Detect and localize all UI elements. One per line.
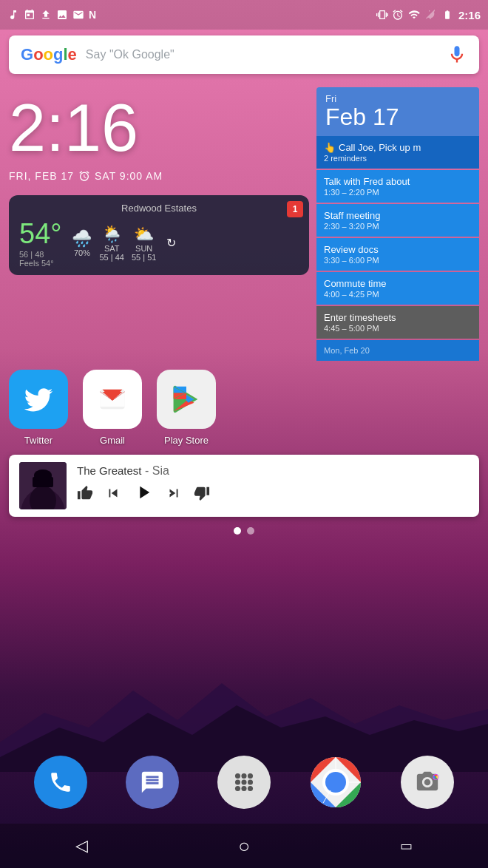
svg-point-17 — [235, 779, 240, 784]
music-album-art — [19, 462, 67, 509]
svg-point-22 — [248, 786, 253, 791]
gmail-icon — [83, 370, 142, 429]
recents-button[interactable]: ▭ — [400, 838, 413, 854]
music-thumbnail — [19, 462, 67, 509]
image-icon — [56, 9, 68, 21]
svg-point-16 — [248, 773, 253, 779]
status-bar: N 2:16 — [0, 0, 488, 30]
play-button[interactable] — [133, 482, 154, 507]
cal-event-1[interactable]: Talk with Fred about 1:30 – 2:20 PM — [316, 170, 479, 203]
battery-icon — [440, 10, 455, 20]
mail-icon — [72, 9, 84, 21]
wifi-icon — [407, 9, 421, 21]
music-controls — [77, 482, 469, 507]
svg-rect-13 — [34, 469, 52, 481]
music-player: The Greatest - Sia — [9, 455, 479, 517]
weather-widget[interactable]: Redwood Estates 1 54° 56 | 48 Feels 54° … — [9, 195, 309, 275]
music-title-display: The Greatest - Sia — [77, 464, 469, 478]
playstore-label: Play Store — [164, 435, 209, 446]
svg-point-19 — [248, 779, 253, 784]
weather-main: 54° 56 | 48 Feels 54° 🌧️ 70% 🌦️ SAT 55 |… — [19, 218, 299, 268]
cal-event-0-time: 2 reminders — [324, 154, 472, 163]
clock-date-text: FRI, FEB 17 — [9, 170, 74, 182]
weather-sun-lo: 51 — [147, 253, 156, 262]
music-icon — [7, 9, 19, 21]
cal-day-name: Fri — [325, 93, 470, 104]
svg-point-15 — [241, 773, 246, 779]
cal-events: 👆Call Joe, Pick up m 2 reminders Talk wi… — [316, 136, 479, 361]
thumbs-down-button[interactable] — [194, 485, 210, 505]
dock — [0, 748, 488, 816]
weather-today: 🌧️ 70% — [72, 229, 92, 257]
thumbs-up-button[interactable] — [77, 485, 93, 505]
weather-icons: 🌧️ 70% 🌦️ SAT 55 | 44 ⛅ SUN 55 | 51 — [72, 225, 156, 262]
prev-button[interactable] — [105, 485, 121, 505]
calendar-panel: Fri Feb 17 👆Call Joe, Pick up m 2 remind… — [316, 87, 479, 361]
mic-icon[interactable] — [447, 44, 467, 65]
weather-sun-label: SUN — [132, 244, 156, 253]
playstore-app[interactable]: Play Store — [157, 370, 216, 446]
n-icon: N — [89, 9, 96, 21]
camera-dock-icon[interactable] — [401, 756, 454, 809]
back-button[interactable]: ◁ — [75, 836, 88, 855]
cal-event-4[interactable]: Commute time 4:00 – 4:25 PM — [316, 272, 479, 305]
page-dot-1 — [234, 527, 241, 535]
clock-alarm-icon — [78, 170, 90, 182]
music-title: The Greatest — [77, 464, 142, 477]
svg-point-14 — [235, 773, 240, 779]
google-logo: Google — [21, 45, 77, 64]
weather-sun: ⛅ SUN 55 | 51 — [132, 225, 156, 262]
weather-feels: Feels 54° — [19, 259, 61, 268]
weather-location: Redwood Estates — [19, 203, 299, 214]
calendar-header: Fri Feb 17 — [316, 87, 479, 136]
svg-point-29 — [424, 779, 431, 786]
cal-event-5[interactable]: Enter timesheets 4:45 – 5:00 PM — [316, 306, 479, 339]
status-left-icons: N — [7, 9, 96, 21]
twitter-bird-icon — [22, 383, 55, 416]
cal-event-0[interactable]: 👆Call Joe, Pick up m 2 reminders — [316, 136, 479, 169]
chrome-dock-icon[interactable] — [309, 756, 362, 809]
gmail-envelope-icon — [94, 384, 131, 414]
weather-sat-lo: 44 — [115, 253, 124, 262]
app-row: Twitter Gmail — [0, 361, 488, 446]
vibrate-icon — [376, 9, 388, 21]
twitter-label: Twitter — [24, 435, 52, 446]
weather-sat-label: SAT — [99, 244, 123, 253]
left-panel: 2:16 FRI, FEB 17 SAT 9:00 AM Redwood Est… — [9, 87, 309, 361]
svg-point-25 — [325, 772, 346, 793]
svg-point-20 — [235, 786, 240, 791]
status-right-icons: 2:16 — [376, 9, 481, 21]
search-placeholder: Say "Ok Google" — [86, 48, 447, 61]
weather-temp: 54° — [19, 218, 61, 250]
upload-icon — [40, 9, 52, 21]
cal-date: Feb 17 — [325, 104, 470, 130]
search-bar[interactable]: Google Say "Ok Google" — [9, 35, 479, 74]
refresh-icon[interactable]: ↻ — [166, 236, 176, 250]
cal-event-more[interactable]: Mon, Feb 20 — [316, 340, 479, 361]
clock-alarm-text: SAT 9:00 AM — [95, 170, 163, 182]
page-dots — [0, 527, 488, 535]
weather-hilo: 56 | 48 — [19, 250, 61, 259]
cal-event-2[interactable]: Staff meeting 2:30 – 3:20 PM — [316, 204, 479, 237]
messages-dock-icon[interactable] — [126, 756, 179, 809]
page-dot-2 — [247, 527, 254, 535]
calendar-icon — [24, 9, 35, 21]
next-button[interactable] — [166, 485, 182, 505]
weather-sun-hi: 55 — [132, 253, 140, 262]
gmail-app[interactable]: Gmail — [83, 370, 142, 446]
signal-icon — [424, 9, 436, 21]
twitter-app[interactable]: Twitter — [9, 370, 68, 446]
apps-dock-icon[interactable] — [217, 756, 271, 809]
music-dash: - — [145, 464, 152, 477]
weather-sat: 🌦️ SAT 55 | 44 — [99, 225, 123, 262]
weather-alert: 1 — [287, 201, 303, 217]
phone-dock-icon[interactable] — [34, 756, 87, 809]
twitter-icon — [9, 370, 68, 429]
home-button[interactable]: ○ — [238, 835, 250, 858]
svg-point-21 — [241, 786, 246, 791]
playstore-triangle-icon — [169, 382, 203, 416]
svg-point-18 — [241, 779, 246, 784]
alarm-icon — [392, 9, 404, 21]
music-info: The Greatest - Sia — [77, 464, 469, 507]
cal-event-3[interactable]: Review docs 3:30 – 6:00 PM — [316, 238, 479, 271]
